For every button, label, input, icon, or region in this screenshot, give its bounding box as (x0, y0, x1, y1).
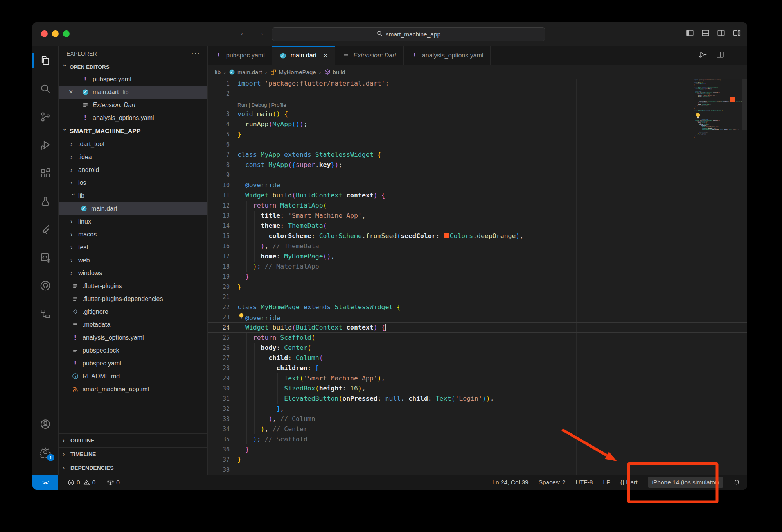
status-lf[interactable]: LF (603, 479, 610, 486)
notification-bell-icon[interactable] (733, 479, 740, 486)
activity-settings-gear-icon[interactable]: 1 (32, 442, 58, 462)
status-left: 000 (68, 479, 120, 486)
tree-file-analysis-options-yaml[interactable]: !analysis_options.yaml (59, 331, 207, 344)
open-editor-item[interactable]: !analysis_options.yaml (59, 111, 207, 124)
forward-arrow-icon[interactable]: → (256, 27, 265, 38)
activity-explorer-icon[interactable] (32, 51, 58, 70)
editor-tab-pubspec-yaml[interactable]: !pubspec.yaml (208, 46, 272, 65)
breadcrumb-item-myhomepage[interactable]: MyHomePage (270, 69, 316, 75)
status-ln-24-col-39[interactable]: Ln 24, Col 39 (492, 479, 528, 486)
breadcrumb-item-main.dart[interactable]: main.dart (229, 69, 262, 75)
open-editor-item[interactable]: Extension: Dart (59, 99, 207, 111)
git-icon (71, 308, 79, 315)
more-actions-icon[interactable]: ··· (191, 50, 200, 57)
command-center-search[interactable]: smart_machine_app (272, 27, 545, 41)
status-iphone-14-ios-simulator-[interactable]: iPhone 14 (ios simulator) (648, 477, 723, 488)
open-editor-item[interactable]: !pubspec.yaml (59, 73, 207, 86)
activity-account-icon[interactable] (32, 414, 58, 434)
tree-folder-macos[interactable]: ›macos (59, 228, 207, 241)
chevron-right-icon: › (63, 451, 68, 458)
sidebar-panel-outline[interactable]: ›OUTLINE (59, 433, 207, 447)
split-editor-icon[interactable] (716, 50, 724, 61)
close-icon[interactable]: × (323, 51, 327, 60)
tree-folder-test[interactable]: ›test (59, 241, 207, 254)
code-line-4: 4 runApp(MyApp()); (208, 119, 747, 129)
tree-folder-windows[interactable]: ›windows (59, 267, 207, 279)
tree-folder-android[interactable]: ›android (59, 163, 207, 176)
activity-github-icon[interactable] (32, 276, 58, 296)
activity-extensions-icon[interactable] (32, 163, 58, 183)
activity-run-debug-icon[interactable] (32, 135, 58, 155)
tree-file--flutter-plugins-dependencies[interactable]: .flutter-plugins-dependencies (59, 292, 207, 305)
close-window-button[interactable] (41, 30, 48, 37)
tree-file--metadata[interactable]: .metadata (59, 318, 207, 331)
panel-bottom-icon[interactable] (701, 29, 710, 37)
status-utf-8[interactable]: UTF-8 (576, 479, 593, 486)
status-error[interactable]: 0 (68, 479, 80, 486)
line-number: 26 (208, 343, 233, 353)
tree-file-pubspec-lock[interactable]: pubspec.lock (59, 344, 207, 357)
chevron-down-icon: › (61, 64, 68, 70)
sidebar-panel-dependencies[interactable]: ›DEPENDENCIES (59, 461, 207, 475)
code-line-content: ], (233, 404, 747, 414)
codelens-run-debug-profile[interactable]: Run | Debug | Profile (233, 99, 747, 109)
activity-source-control-icon[interactable] (32, 107, 58, 127)
activity-testing-icon[interactable] (32, 192, 58, 211)
layout-customize-icon[interactable] (733, 29, 741, 37)
more-actions-icon[interactable]: ··· (733, 51, 742, 60)
tree-file-pubspec-yaml[interactable]: !pubspec.yaml (59, 357, 207, 370)
code-editor[interactable]: 1import 'package:flutter/material.dart';… (208, 79, 747, 475)
activity-search-icon[interactable] (32, 79, 58, 99)
tree-folder-linux[interactable]: ›linux (59, 215, 207, 228)
line-number (208, 99, 233, 109)
code-line-content (233, 140, 747, 150)
codelens-row[interactable]: Run | Debug | Profile (208, 99, 747, 109)
minimap-slider[interactable] (742, 79, 747, 130)
tree-folder--dart-tool[interactable]: ›.dart_tool (59, 138, 207, 150)
open-editors-header[interactable]: › OPEN EDITORS (59, 61, 207, 73)
run-dropdown-icon[interactable] (699, 50, 707, 61)
tree-file-smart-machine-app-iml[interactable]: smart_machine_app.iml (59, 383, 207, 396)
status-radio-tower[interactable]: 0 (107, 479, 120, 486)
remote-indicator[interactable]: >< (32, 475, 58, 490)
list-file-icon (71, 321, 79, 328)
close-icon[interactable]: × (69, 88, 73, 96)
tree-file-readme-md[interactable]: README.md (59, 370, 207, 383)
tree-file--flutter-plugins[interactable]: .flutter-plugins (59, 279, 207, 292)
yaml-warning-icon: ! (81, 115, 89, 122)
status-warning[interactable]: 0 (83, 479, 96, 486)
line-number: 33 (208, 414, 233, 424)
tree-item-label: .idea (78, 154, 92, 161)
project-root-header[interactable]: › SMART_MACHINE_APP (59, 124, 207, 138)
tree-folder-web[interactable]: ›web (59, 254, 207, 267)
status--dart[interactable]: {} Dart (620, 479, 638, 486)
editor-tab-main-dart[interactable]: main.dart× (272, 46, 335, 65)
back-arrow-icon[interactable]: ← (239, 27, 248, 38)
tree-folder-ios[interactable]: ›ios (59, 176, 207, 189)
tree-folder-lib[interactable]: ›lib (59, 189, 207, 202)
color-swatch-deeporange[interactable] (444, 233, 449, 238)
tree-file--gitignore[interactable]: .gitignore (59, 305, 207, 318)
status-spaces-2[interactable]: Spaces: 2 (539, 479, 566, 486)
panel-right-icon[interactable] (717, 29, 725, 37)
open-editor-item[interactable]: ×main.dartlib (59, 86, 207, 99)
radio-tower-icon (107, 479, 114, 486)
zoom-window-button[interactable] (63, 30, 70, 37)
activity-flutter-icon[interactable] (32, 220, 58, 239)
code-line-6: 6 (208, 140, 747, 150)
line-number: 16 (208, 241, 233, 251)
sidebar-panel-timeline[interactable]: ›TIMELINE (59, 447, 207, 461)
editor-tab-extension-dart[interactable]: Extension: Dart (335, 46, 404, 65)
activity-remote-code-icon[interactable] (32, 248, 58, 267)
breadcrumb-item-build[interactable]: build (324, 69, 345, 75)
editor-tab-analysis-options-yaml[interactable]: !analysis_options.yaml (404, 46, 491, 65)
tree-folder--idea[interactable]: ›.idea (59, 150, 207, 163)
activity-hierarchy-icon[interactable] (32, 304, 58, 324)
minimize-window-button[interactable] (52, 30, 59, 37)
breadcrumb-item-lib[interactable]: lib (215, 69, 221, 75)
dart-icon (81, 89, 89, 95)
status-count: 0 (116, 479, 120, 486)
panel-left-icon[interactable] (686, 29, 694, 37)
lightbulb-icon[interactable] (237, 312, 245, 323)
tree-file-main-dart[interactable]: main.dart (59, 202, 207, 215)
